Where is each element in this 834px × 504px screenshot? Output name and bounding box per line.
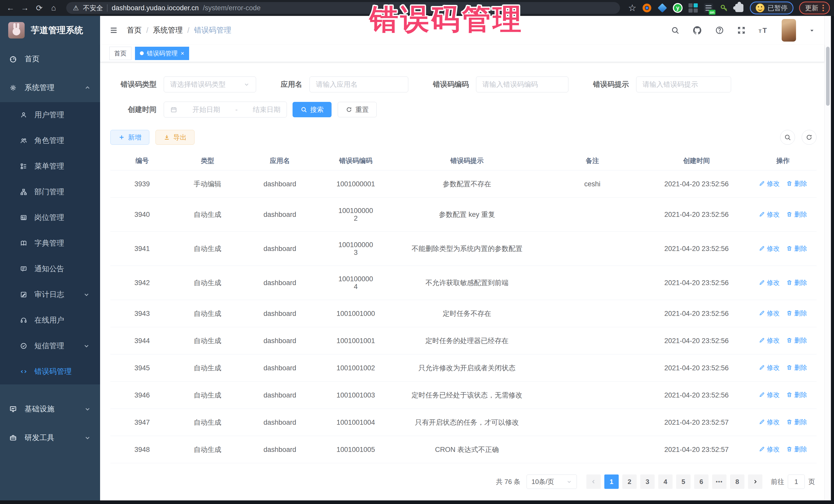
- sidebar-item-notices[interactable]: 通知公告: [0, 256, 100, 282]
- edit-link[interactable]: 修改: [759, 245, 780, 252]
- sidebar-item-home[interactable]: 首页: [0, 45, 100, 73]
- show-search-button[interactable]: [780, 130, 795, 145]
- pager-page-3[interactable]: 3: [640, 475, 655, 489]
- page-size-select[interactable]: 10条/页: [527, 475, 577, 489]
- sidebar-item-menus[interactable]: 菜单管理: [0, 153, 100, 179]
- caret-down-icon[interactable]: [809, 27, 815, 34]
- search-icon[interactable]: [671, 26, 680, 35]
- extension-grid-icon[interactable]: [688, 3, 698, 13]
- pager-prev-button[interactable]: [586, 475, 601, 489]
- help-icon[interactable]: [715, 26, 724, 35]
- delete-link[interactable]: 删除: [786, 211, 807, 218]
- back-icon[interactable]: ←: [4, 2, 17, 14]
- pager-page-2[interactable]: 2: [622, 475, 637, 489]
- error-msg-input[interactable]: 请输入错误码提示: [636, 76, 731, 92]
- scrollbar-thumb[interactable]: [826, 47, 830, 106]
- delete-link[interactable]: 删除: [786, 391, 807, 398]
- page-scrollbar[interactable]: [824, 16, 831, 500]
- update-chip[interactable]: 更新: [799, 2, 830, 14]
- app-logo-row[interactable]: 芋道管理系统: [0, 16, 100, 45]
- sidebar-item-infrastructure[interactable]: 基础设施: [0, 395, 100, 423]
- edit-link[interactable]: 修改: [759, 418, 780, 426]
- tag-home[interactable]: 首页: [109, 47, 131, 60]
- headset-icon: [20, 317, 27, 324]
- extension-key-icon[interactable]: [719, 3, 729, 13]
- extension-orange-ring-icon[interactable]: [642, 3, 652, 13]
- goto-page-input[interactable]: [788, 475, 805, 489]
- sidebar-item-error-code[interactable]: 错误码管理: [0, 359, 100, 385]
- edit-link[interactable]: 修改: [759, 336, 780, 344]
- sidebar-item-dictionary[interactable]: 字典管理: [0, 231, 100, 256]
- refresh-table-button[interactable]: [802, 130, 816, 145]
- security-label: 不安全: [83, 4, 103, 13]
- sidebar-item-online-users[interactable]: 在线用户: [0, 307, 100, 333]
- cell-code: 100100000 2: [319, 198, 393, 232]
- github-icon[interactable]: [692, 25, 702, 35]
- breadcrumb-home[interactable]: 首页: [127, 25, 142, 36]
- pager-page-8[interactable]: 8: [730, 475, 744, 489]
- reset-button[interactable]: 重置: [338, 102, 377, 117]
- breadcrumb-system[interactable]: 系统管理: [153, 25, 183, 36]
- sidebar-item-devtools[interactable]: 研发工具: [0, 423, 100, 452]
- edit-link[interactable]: 修改: [759, 180, 780, 187]
- pager-page-5[interactable]: 5: [676, 475, 690, 489]
- delete-link[interactable]: 删除: [786, 364, 807, 371]
- create-time-label: 创建时间: [110, 105, 156, 114]
- edit-link[interactable]: 修改: [759, 445, 780, 453]
- tag-error-code[interactable]: 错误码管理 ×: [135, 47, 189, 60]
- delete-link[interactable]: 删除: [786, 245, 807, 252]
- cell-actions: 修改 删除: [750, 354, 816, 381]
- delete-link[interactable]: 删除: [786, 418, 807, 426]
- delete-link[interactable]: 删除: [786, 336, 807, 344]
- forward-icon[interactable]: →: [19, 2, 31, 14]
- delete-link[interactable]: 删除: [786, 180, 807, 187]
- tag-close-icon[interactable]: ×: [181, 50, 184, 57]
- extension-blue-gem-icon[interactable]: [657, 3, 667, 13]
- kebab-menu-icon[interactable]: [822, 5, 824, 11]
- home-icon[interactable]: ⌂: [47, 2, 60, 14]
- search-button[interactable]: 搜索: [292, 102, 332, 117]
- fullscreen-icon[interactable]: [737, 26, 746, 35]
- reload-icon[interactable]: ⟳: [33, 2, 46, 14]
- error-type-select[interactable]: 请选择错误码类型: [164, 76, 256, 92]
- sidebar-item-users[interactable]: 用户管理: [0, 102, 100, 128]
- delete-link[interactable]: 删除: [786, 309, 807, 317]
- sidebar-item-audit-log[interactable]: 审计日志: [0, 282, 100, 307]
- browser-chrome: ← → ⟳ ⌂ ⚠ 不安全 dashboard.yudao.iocoder.cn…: [0, 0, 834, 16]
- add-button[interactable]: 新增: [110, 130, 149, 145]
- extension-puzzle-icon[interactable]: [734, 3, 744, 13]
- sidebar-item-departments[interactable]: 部门管理: [0, 179, 100, 205]
- font-size-icon[interactable]: TT: [759, 26, 769, 35]
- extension-green-y-icon[interactable]: y: [673, 3, 683, 13]
- sidebar-item-sms[interactable]: 短信管理: [0, 333, 100, 359]
- edit-link[interactable]: 修改: [759, 309, 780, 317]
- date-range-picker[interactable]: 开始日期 - 结束日期: [164, 102, 287, 117]
- pager-page-1[interactable]: 1: [604, 475, 619, 489]
- address-bar[interactable]: ⚠ 不安全 dashboard.yudao.iocoder.cn/system/…: [66, 2, 620, 14]
- bookmark-star-icon[interactable]: ☆: [628, 3, 636, 13]
- edit-link[interactable]: 修改: [759, 364, 780, 371]
- pager-page-4[interactable]: 4: [658, 475, 673, 489]
- edit-link[interactable]: 修改: [759, 279, 780, 286]
- extension-list-on-icon[interactable]: on: [704, 3, 714, 13]
- sidebar-item-system[interactable]: 系统管理: [0, 73, 100, 102]
- delete-link[interactable]: 删除: [786, 279, 807, 286]
- sidebar-item-roles[interactable]: 角色管理: [0, 128, 100, 153]
- sidebar-item-posts[interactable]: 岗位管理: [0, 205, 100, 231]
- pager-ellipsis[interactable]: •••: [712, 475, 726, 489]
- chevron-down-icon: [83, 291, 90, 298]
- app-name-input[interactable]: 请输入应用名: [309, 76, 408, 92]
- profile-chip[interactable]: 已暂停: [750, 2, 793, 14]
- edit-link[interactable]: 修改: [759, 391, 780, 398]
- user-avatar[interactable]: [782, 19, 796, 42]
- cell-app: dashboard: [241, 170, 319, 198]
- pager-page-6[interactable]: 6: [694, 475, 708, 489]
- pager-next-button[interactable]: [748, 475, 762, 489]
- error-code-input[interactable]: 请输入错误码编码: [476, 76, 568, 92]
- hamburger-icon[interactable]: [109, 26, 118, 35]
- sidebar-item-label: 首页: [25, 54, 40, 64]
- edit-link[interactable]: 修改: [759, 211, 780, 218]
- export-button[interactable]: 导出: [155, 130, 195, 145]
- delete-link[interactable]: 删除: [786, 445, 807, 453]
- tags-view-bar: 首页 错误码管理 ×: [100, 45, 824, 62]
